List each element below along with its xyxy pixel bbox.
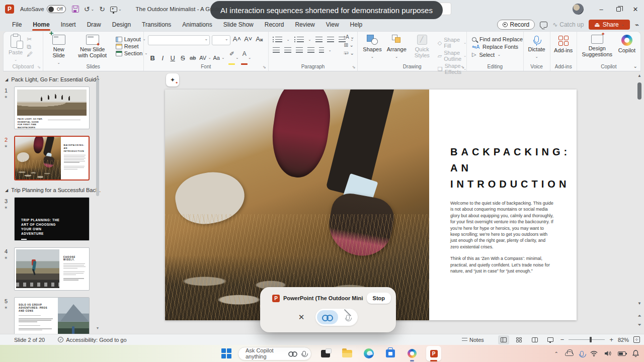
restore-button[interactable] — [610, 0, 627, 18]
arrange-button[interactable]: Arrange ⌄ — [387, 35, 407, 60]
tab-review[interactable]: Review — [290, 19, 319, 31]
volume-icon[interactable] — [604, 350, 611, 356]
share-button[interactable]: ⏏ Share ⌄ — [589, 20, 629, 30]
start-slideshow-icon[interactable] — [110, 7, 117, 12]
zoom-in-icon[interactable]: + — [609, 336, 613, 343]
fit-slide-icon[interactable]: ⊹ — [633, 336, 640, 343]
taskbar-search[interactable]: Ask Copilot anything — [238, 347, 311, 360]
search-mic-icon[interactable] — [302, 351, 306, 356]
scroll-down-icon[interactable]: ▼ — [96, 326, 100, 330]
normal-view-button[interactable] — [498, 335, 509, 344]
dictate-button[interactable]: Dictate ⌄ — [524, 36, 550, 60]
shape-outline-button[interactable]: ▱Shape Outline⌄ — [438, 50, 466, 62]
edge-button[interactable] — [361, 346, 376, 361]
copilot-button[interactable]: Copilot — [618, 35, 635, 53]
slide-canvas[interactable]: BACKPACKING: AN INTRODUCTION Welcome to … — [165, 89, 577, 320]
increase-indent-icon[interactable] — [327, 37, 334, 42]
battery-icon[interactable] — [618, 351, 626, 356]
slide-thumbnail-2[interactable]: BACKPACKING: AN INTRODUCTION — [14, 136, 90, 180]
tab-slide-show[interactable]: Slide Show — [218, 19, 259, 31]
onedrive-icon[interactable] — [565, 351, 574, 356]
slideshow-view-button[interactable] — [545, 335, 556, 344]
tab-draw[interactable]: Draw — [82, 19, 106, 31]
task-view-button[interactable] — [318, 346, 333, 361]
present-icon[interactable]: ⌁ — [635, 21, 639, 29]
bold-button[interactable]: B — [148, 54, 157, 62]
design-suggestions-button[interactable]: Design Suggestions — [581, 35, 613, 57]
tab-help[interactable]: Help — [345, 19, 368, 31]
reset-button[interactable]: Reset — [116, 43, 148, 49]
character-spacing-icon[interactable]: AV — [198, 55, 208, 61]
comments-icon[interactable] — [540, 22, 547, 28]
powerpoint-taskbar-button[interactable]: P — [426, 346, 441, 361]
convert-smartart-icon[interactable]: ⮒ ⌄ — [344, 50, 354, 56]
align-right-icon[interactable] — [296, 47, 303, 53]
tab-file[interactable]: File — [7, 19, 27, 31]
catch-up-button[interactable]: ∿ Catch up — [552, 21, 584, 28]
slide-thumbnail-3[interactable]: TRIP PLANNING: THE ART OF CHOOSING YOUR … — [14, 197, 90, 241]
new-slide-button[interactable]: New Slide ⌄ — [48, 35, 69, 66]
section-button[interactable]: Section⌄ — [116, 50, 148, 56]
tab-transitions[interactable]: Transitions — [137, 19, 176, 31]
stop-button[interactable]: Stop — [367, 293, 391, 304]
justify-icon[interactable] — [307, 47, 314, 53]
new-slide-with-copilot-button[interactable]: New Slide with Copilot — [74, 35, 111, 58]
tab-animations[interactable]: Animations — [177, 19, 217, 31]
align-text-icon[interactable]: ⊞ ⌄ — [344, 42, 354, 48]
numbered-list-icon[interactable] — [297, 37, 304, 42]
mic-muted-button[interactable] — [339, 310, 356, 324]
accessibility-status[interactable]: ✓ Accessibility: Good to go — [58, 337, 126, 343]
bullet-list-icon[interactable] — [275, 37, 282, 42]
scroll-down-icon[interactable]: ▼ — [636, 301, 643, 306]
undo-icon[interactable]: ↺ — [84, 6, 90, 13]
start-button[interactable] — [221, 348, 231, 358]
next-slide-icon[interactable]: ⏷ — [636, 322, 643, 328]
copilot-sparkle-button[interactable]: ✦ — [166, 73, 179, 86]
quick-styles-button[interactable]: Quick Styles — [412, 35, 433, 58]
section-header-2[interactable]: ◢ Trip Planning for a Successful Back... — [5, 187, 101, 193]
record-button[interactable]: Record — [497, 20, 535, 30]
paste-button[interactable]: Paste ⌄ — [9, 35, 23, 63]
main-scrollbar[interactable]: ▲ ▼ ⏶ ⏷ — [636, 71, 643, 334]
panel-scrollbar-thumb[interactable] — [96, 79, 99, 196]
user-avatar[interactable] — [573, 4, 584, 15]
copy-icon[interactable]: ⧉ — [27, 43, 33, 50]
zoom-slider-thumb[interactable] — [590, 337, 592, 342]
tab-record[interactable]: Record — [260, 19, 289, 31]
autosave-toggle[interactable]: Off — [47, 5, 66, 13]
redo-icon[interactable]: ↻ — [99, 6, 105, 13]
find-replace-button[interactable]: Find and Replace — [472, 36, 523, 42]
notes-button[interactable]: Notes — [462, 337, 484, 343]
quick-access-chevron-icon[interactable]: ⌄ — [118, 7, 122, 12]
align-left-icon[interactable] — [273, 47, 280, 53]
scroll-up-icon[interactable]: ▲ — [636, 73, 643, 78]
columns-icon[interactable] — [319, 47, 324, 53]
shapes-button[interactable]: Shapes ⌄ — [363, 35, 381, 60]
font-size-select[interactable] — [212, 35, 230, 45]
save-icon[interactable] — [72, 6, 79, 13]
strikethrough-alt-icon[interactable]: ab — [188, 55, 198, 61]
paragraph-dialog-launcher-icon[interactable]: ⇘ — [352, 65, 356, 69]
previous-slide-icon[interactable]: ⏶ — [636, 313, 643, 319]
font-dialog-launcher-icon[interactable]: ⇘ — [263, 65, 266, 69]
reading-view-button[interactable] — [529, 335, 540, 344]
tab-design[interactable]: Design — [107, 19, 136, 31]
collapse-ribbon-icon[interactable]: ⌄ — [633, 63, 637, 69]
italic-button[interactable]: I — [158, 54, 168, 62]
underline-button[interactable]: U — [168, 54, 178, 62]
cut-icon[interactable]: ✂ — [27, 36, 33, 43]
copilot-vision-icon[interactable] — [288, 351, 297, 356]
drawing-dialog-launcher-icon[interactable]: ⇘ — [461, 65, 464, 69]
slide-text-block[interactable]: BACKPACKING: AN INTRODUCTION Welcome to … — [429, 89, 577, 320]
shrink-font-icon[interactable]: A˅ — [244, 35, 253, 45]
undo-chevron-icon[interactable]: ⌄ — [91, 7, 94, 12]
layout-button[interactable]: Layout⌄ — [116, 36, 148, 42]
microsoft-store-button[interactable] — [383, 346, 398, 361]
slide-sorter-view-button[interactable] — [514, 335, 525, 344]
clear-formatting-icon[interactable]: A𝄪 — [255, 35, 264, 45]
close-button[interactable]: ✕ — [627, 0, 644, 18]
shape-fill-button[interactable]: ◇Shape Fill⌄ — [438, 37, 466, 49]
change-case-icon[interactable]: Aa — [212, 55, 221, 61]
tab-insert[interactable]: Insert — [56, 19, 81, 31]
panel-scrollbar[interactable]: ▲ ▼ — [96, 75, 100, 330]
